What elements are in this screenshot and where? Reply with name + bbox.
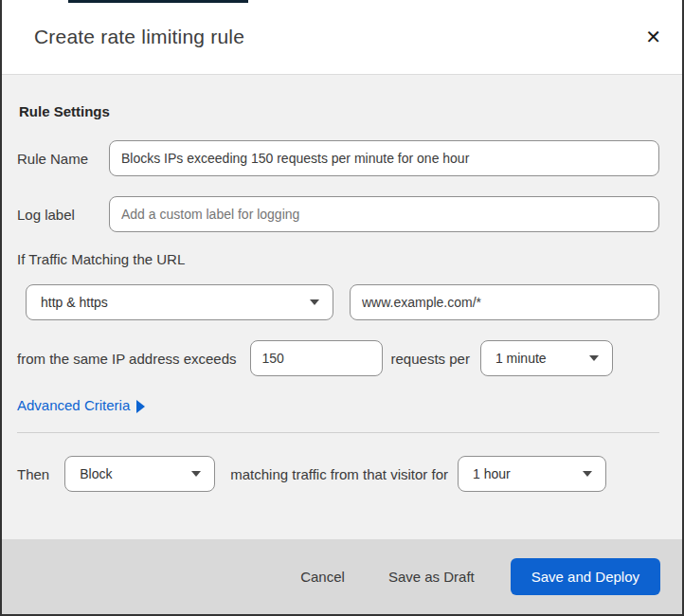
threshold-row: from the same IP address exceeds request… [17,340,659,376]
threshold-prefix-text: from the same IP address exceeds [17,351,237,367]
log-label-label: Log label [17,207,109,223]
rule-name-input[interactable] [109,140,659,176]
dialog-footer: Cancel Save as Draft Save and Deploy [2,538,682,614]
save-as-draft-button[interactable]: Save as Draft [381,569,482,585]
close-icon[interactable]: ✕ [639,24,667,50]
top-accent-bar [68,0,248,3]
chevron-down-icon [310,299,319,305]
request-threshold-input[interactable] [250,340,383,376]
dialog-body: Rule Settings Rule Name Log label If Tra… [2,75,682,538]
advanced-criteria-label: Advanced Criteria [17,397,130,413]
dialog-header: Create rate limiting rule ✕ [2,0,682,75]
then-middle-text: matching traffic from that visitor for [230,466,448,482]
rule-name-row: Rule Name [17,140,659,176]
cancel-button[interactable]: Cancel [293,569,352,585]
advanced-criteria-link[interactable]: Advanced Criteria [17,397,145,413]
log-label-input[interactable] [109,196,659,232]
action-select-value: Block [80,466,112,481]
threshold-suffix-text: requests per [391,351,470,367]
chevron-down-icon [589,355,599,361]
duration-select-value: 1 hour [473,466,511,481]
scheme-select[interactable]: http & https [26,284,333,320]
chevron-down-icon [583,471,592,477]
scheme-select-value: http & https [41,295,108,310]
then-label: Then [17,466,49,482]
traffic-match-intro: If Traffic Matching the URL [17,251,659,267]
action-select[interactable]: Block [64,456,215,492]
traffic-match-row: http & https [17,284,659,320]
then-action-row: Then Block matching traffic from that vi… [17,456,659,492]
period-select[interactable]: 1 minute [480,340,613,376]
log-label-row: Log label [17,196,659,232]
rule-settings-heading: Rule Settings [19,103,659,119]
arrow-right-icon [136,400,145,413]
duration-select[interactable]: 1 hour [458,456,606,492]
rule-name-label: Rule Name [17,151,109,167]
chevron-down-icon [191,471,201,477]
period-select-value: 1 minute [495,351,547,366]
dialog-title: Create rate limiting rule [34,26,244,48]
save-and-deploy-button[interactable]: Save and Deploy [511,558,660,595]
create-rate-limiting-rule-dialog: Create rate limiting rule ✕ Rule Setting… [0,0,684,616]
section-divider [17,432,659,433]
url-pattern-input[interactable] [350,284,659,320]
